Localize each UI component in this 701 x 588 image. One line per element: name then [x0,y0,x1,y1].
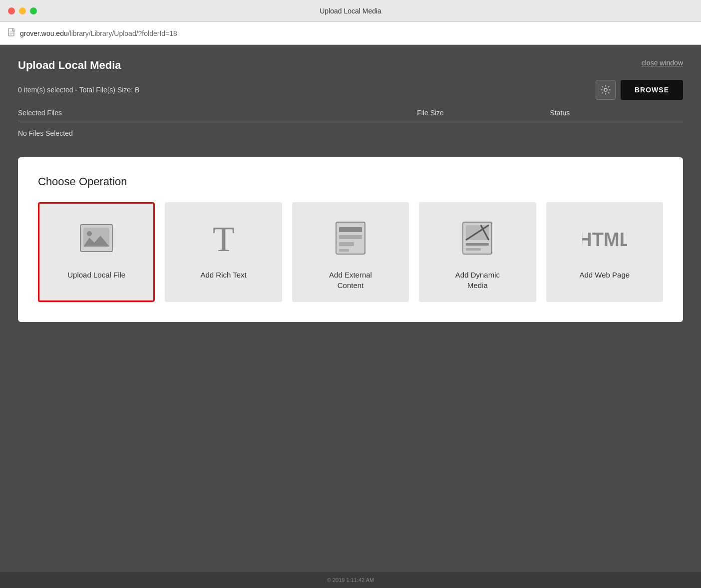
svg-rect-20 [466,248,481,251]
add-dynamic-media-label: Add DynamicMedia [455,270,500,291]
add-external-content-icon-area [328,216,373,261]
op-card-add-web-page[interactable]: HTML Add Web Page [546,202,663,302]
upload-local-file-icon-area [74,216,119,261]
add-dynamic-media-icon-area [455,216,500,261]
page-title: Upload Local Media [18,59,121,72]
bottom-bar: © 2019 1:11:42 AM [0,572,701,588]
page-header: Upload Local Media close window [18,59,683,72]
addressbar: grover.wou.edu/library/Library/Upload/?f… [0,22,701,45]
svg-text:HTML: HTML [582,229,627,250]
url-text: grover.wou.edu/library/Library/Upload/?f… [20,29,177,37]
browse-button[interactable]: BROWSE [621,80,683,100]
operation-title: Choose Operation [38,175,663,188]
main-content: Upload Local Media close window 0 item(s… [0,45,701,572]
document-icon [8,28,16,39]
titlebar: Upload Local Media [0,0,701,22]
add-web-page-label: Add Web Page [580,270,630,280]
url-path: /library/Library/Upload/?folderId=18 [68,29,177,37]
svg-point-4 [604,88,607,91]
svg-rect-11 [339,227,362,232]
add-web-page-icon-area: HTML [582,216,627,261]
op-card-add-dynamic-media[interactable]: Add DynamicMedia [419,202,536,302]
svg-rect-14 [339,249,349,252]
svg-rect-12 [339,235,362,239]
close-window-link[interactable]: close window [642,59,683,67]
op-card-upload-local-file[interactable]: Upload Local File [38,202,155,302]
maximize-button[interactable] [30,7,37,14]
svg-rect-19 [466,243,489,246]
col-header-size: File Size [417,109,550,117]
svg-text:T: T [213,220,235,256]
operation-grid: Upload Local File T Add Rich Text [38,202,663,302]
op-card-add-rich-text[interactable]: T Add Rich Text [165,202,282,302]
url-domain: grover.wou.edu [20,29,68,37]
svg-rect-13 [339,242,354,246]
file-info-row: 0 item(s) selected - Total File(s) Size:… [18,80,683,100]
file-summary: 0 item(s) selected - Total File(s) Size:… [18,86,139,94]
no-files-text: No Files Selected [18,125,683,141]
minimize-button[interactable] [19,7,26,14]
svg-point-8 [87,231,92,236]
add-rich-text-label: Add Rich Text [200,270,246,280]
controls-row: BROWSE [596,80,683,100]
op-card-add-external-content[interactable]: Add ExternalContent [292,202,409,302]
window-title: Upload Local Media [320,7,381,15]
upload-local-file-label: Upload Local File [67,270,125,280]
add-rich-text-icon-area: T [201,216,246,261]
table-header: Selected Files File Size Status [18,109,683,121]
footer-copyright: © 2019 1:11:42 AM [327,577,374,583]
col-header-files: Selected Files [18,109,417,117]
operation-panel: Choose Operation Upload Local File [18,157,683,322]
window-controls [8,7,37,14]
close-button[interactable] [8,7,15,14]
add-external-content-label: Add ExternalContent [329,270,372,291]
col-header-status: Status [550,109,683,117]
settings-button[interactable] [596,80,616,100]
